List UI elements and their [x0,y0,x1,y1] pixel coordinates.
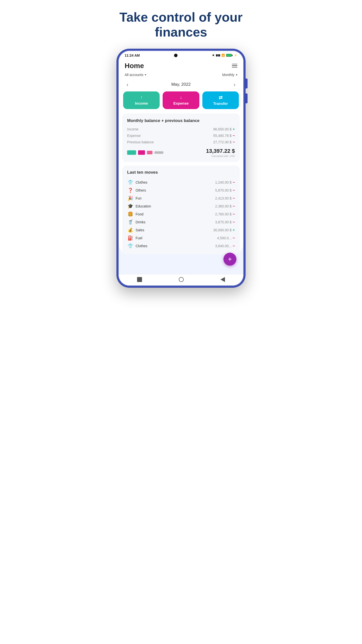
expense-sign-icon: − [233,244,235,248]
list-item[interactable]: 👕 Clothes 1,240.00 $ − [127,178,235,186]
back-nav-icon[interactable] [221,277,225,282]
income-row-label: Income [127,127,139,131]
transfer-label: Transfer [213,101,228,106]
transfer-button[interactable]: ⇄ Transfer [202,92,239,109]
expense-sign-icon: − [233,188,235,192]
income-button[interactable]: ↑ Income [123,92,160,109]
list-item[interactable]: 👕 Clothes 3,640.00... − [127,242,235,250]
period-label: Monthly [222,73,234,77]
amount-text: 2,760.00 $ [215,212,231,216]
category-label: Fuel [136,236,142,240]
bar-income-segment [127,150,136,155]
income-plus-icon: + [233,127,235,132]
app-content: Home All accounts ▾ Monthly ▾ [119,59,243,254]
period-chevron-icon: ▾ [236,73,237,76]
wifi-icon: 📶 [221,54,225,57]
balance-bar: 13,397.22 $ Calculated with: USD [127,148,235,158]
prev-minus-icon: − [233,140,235,144]
home-nav-icon[interactable] [137,277,142,282]
phone-screen: 11:24 AM ★ ▮▮▮ 📶 ⚡ [119,51,243,286]
amount-text: 4,500.0... [217,236,231,240]
move-amount: 2,413.00 $ − [215,196,235,200]
list-item[interactable]: 🥤 Drinks 3,875.00 $ − [127,218,235,226]
category-icon: 🍔 [127,212,134,217]
move-amount: 2,760.00 $ − [215,212,235,216]
expense-row-label: Expense [127,134,141,138]
move-amount: 3,640.00... − [215,244,235,248]
status-time: 11:24 AM [125,54,140,58]
amount-text: 5,870.00 $ [215,188,231,192]
category-label: Sales [136,228,144,232]
app-title: Home [125,62,144,70]
amount-text: 1,240.00 $ [215,180,231,184]
moves-list: 👕 Clothes 1,240.00 $ − ❓ Others 5,870.00… [127,178,235,250]
balance-card: Monthly balance + previous balance Incom… [122,114,240,162]
list-item[interactable]: 🎓 Education 2,360.00 $ − [127,202,235,210]
accounts-label: All accounts [125,73,143,77]
category-label: Education [136,204,151,208]
date-navigation: ‹ May, 2022 › [119,79,243,92]
accounts-filter[interactable]: All accounts ▾ [125,73,146,77]
amount-text: 3,875.00 $ [215,220,231,224]
balance-card-title: Monthly balance + previous balance [127,118,235,124]
total-balance: 13,397.22 $ [206,148,235,154]
calc-currency-note: Calculated with: USD [206,155,235,158]
category-icon: 💰 [127,227,134,233]
next-date-button[interactable]: › [232,81,237,88]
add-transaction-fab[interactable]: + [223,253,236,266]
circle-nav-icon[interactable] [179,277,184,282]
amount-text: 3,640.00... [215,244,231,248]
transfer-icon: ⇄ [219,95,222,100]
category-icon: ⛽ [127,235,134,241]
expense-sign-icon: − [233,196,235,200]
category-icon: 🎉 [127,196,134,201]
category-icon: ❓ [127,188,134,193]
period-filter[interactable]: Monthly ▾ [222,73,237,77]
expense-sign-icon: − [233,180,235,184]
signal-icon: ▮▮▮ [216,54,220,57]
move-amount: 1,240.00 $ − [215,180,235,184]
list-item[interactable]: 🎉 Fun 2,413.00 $ − [127,194,235,202]
status-icons: ★ ▮▮▮ 📶 ⚡ [212,54,237,57]
accounts-chevron-icon: ▾ [145,73,146,76]
expense-icon: ↓ [180,95,182,100]
expense-sign-icon: − [233,204,235,208]
expense-sign-icon: − [233,236,235,240]
list-item[interactable]: ❓ Others 5,870.00 $ − [127,186,235,194]
income-label: Income [135,101,148,105]
bar-prev-segment [147,151,152,154]
category-label: Fun [136,196,141,200]
category-label: Clothes [136,180,147,184]
battery-icon [226,54,233,57]
list-item[interactable]: ⛽ Fuel 4,500.0... − [127,234,235,242]
status-bar: 11:24 AM ★ ▮▮▮ 📶 ⚡ [119,51,243,59]
phone-mockup: 11:24 AM ★ ▮▮▮ 📶 ⚡ [116,49,246,288]
filter-row: All accounts ▾ Monthly ▾ [119,72,243,79]
expense-sign-icon: − [233,220,235,224]
menu-button[interactable] [232,64,237,68]
income-icon: ↑ [140,95,142,100]
category-label: Drinks [136,220,145,224]
last-moves-card: Last ten moves 👕 Clothes 1,240.00 $ − ❓ … [122,166,240,254]
prev-balance-label: Previous balance [127,140,154,144]
prev-balance-row: Previous balance 27,772.00 $ − [127,140,235,144]
expense-sign-icon: − [233,212,235,216]
expense-button[interactable]: ↓ Expense [163,92,199,109]
category-label: Others [136,188,146,192]
move-amount: 3,875.00 $ − [215,220,235,224]
list-item[interactable]: 💰 Sales 30,000.00 $ + [127,226,235,234]
list-item[interactable]: 🍔 Food 2,760.00 $ − [127,210,235,218]
current-date: May, 2022 [171,82,191,87]
category-icon: 👕 [127,180,134,185]
prev-date-button[interactable]: ‹ [125,81,130,88]
charging-icon: ⚡ [234,54,237,57]
income-sign-icon: + [233,228,235,232]
category-icon: 🎓 [127,204,134,209]
amount-text: 2,413.00 $ [215,196,231,200]
bottom-navigation [119,274,243,286]
app-header: Home [119,59,243,72]
expense-row: Expense 55,480.78 $ − [127,134,235,138]
move-amount: 4,500.0... − [217,236,235,240]
last-moves-title: Last ten moves [127,170,235,175]
expense-label: Expense [173,101,189,105]
